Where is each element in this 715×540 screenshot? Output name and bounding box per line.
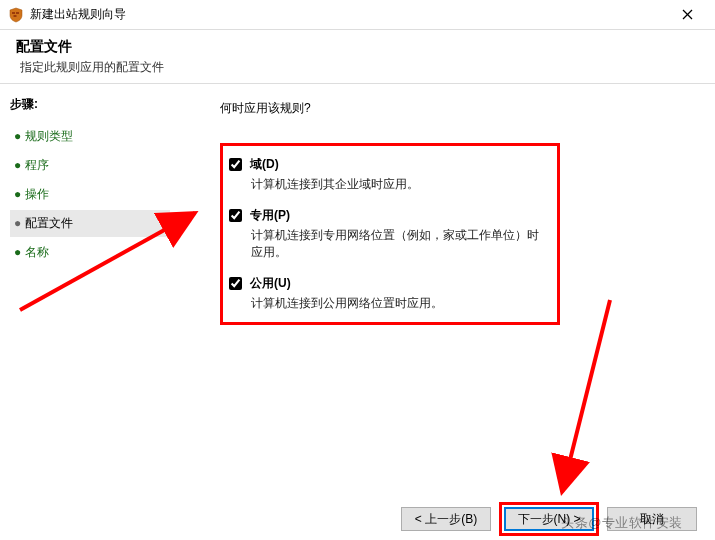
step-label: 名称 bbox=[25, 245, 49, 259]
steps-heading: 步骤: bbox=[10, 96, 170, 113]
profile-options-group: 域(D) 计算机连接到其企业域时应用。 专用(P) 计算机连接到专用网络位置（例… bbox=[220, 143, 560, 325]
option-label: 公用(U) bbox=[250, 275, 291, 292]
cancel-button[interactable]: 取消 bbox=[607, 507, 697, 531]
steps-list: ●规则类型 ●程序 ●操作 ●配置文件 ●名称 bbox=[10, 123, 170, 266]
close-button[interactable] bbox=[667, 1, 707, 29]
next-button[interactable]: 下一步(N) > bbox=[504, 507, 594, 531]
wizard-content: 何时应用该规则? 域(D) 计算机连接到其企业域时应用。 专用(P) 计算机连接… bbox=[180, 84, 715, 498]
option-label: 专用(P) bbox=[250, 207, 290, 224]
checkbox-public[interactable] bbox=[229, 277, 242, 290]
option-domain: 域(D) 计算机连接到其企业域时应用。 bbox=[229, 156, 547, 193]
wizard-header: 配置文件 指定此规则应用的配置文件 bbox=[0, 30, 715, 84]
option-label: 域(D) bbox=[250, 156, 279, 173]
wizard-footer: < 上一步(B) 下一步(N) > 取消 bbox=[0, 498, 715, 540]
page-subtitle: 指定此规则应用的配置文件 bbox=[16, 59, 699, 76]
option-desc: 计算机连接到专用网络位置（例如，家或工作单位）时应用。 bbox=[251, 227, 547, 261]
window-title: 新建出站规则向导 bbox=[30, 6, 667, 23]
step-label: 配置文件 bbox=[25, 216, 73, 230]
back-button[interactable]: < 上一步(B) bbox=[401, 507, 491, 531]
option-desc: 计算机连接到其企业域时应用。 bbox=[251, 176, 547, 193]
profile-question: 何时应用该规则? bbox=[220, 100, 691, 117]
svg-rect-2 bbox=[14, 15, 17, 17]
close-icon bbox=[682, 9, 693, 20]
step-action[interactable]: ●操作 bbox=[10, 181, 170, 208]
step-profile[interactable]: ●配置文件 bbox=[10, 210, 170, 237]
svg-rect-0 bbox=[12, 12, 15, 14]
step-label: 操作 bbox=[25, 187, 49, 201]
checkbox-domain[interactable] bbox=[229, 158, 242, 171]
step-name[interactable]: ●名称 bbox=[10, 239, 170, 266]
page-title: 配置文件 bbox=[16, 38, 699, 56]
checkbox-private[interactable] bbox=[229, 209, 242, 222]
option-desc: 计算机连接到公用网络位置时应用。 bbox=[251, 295, 547, 312]
next-button-highlight: 下一步(N) > bbox=[499, 502, 599, 536]
wizard-sidebar: 步骤: ●规则类型 ●程序 ●操作 ●配置文件 ●名称 bbox=[0, 84, 180, 498]
step-rule-type[interactable]: ●规则类型 bbox=[10, 123, 170, 150]
step-label: 程序 bbox=[25, 158, 49, 172]
option-private: 专用(P) 计算机连接到专用网络位置（例如，家或工作单位）时应用。 bbox=[229, 207, 547, 261]
step-label: 规则类型 bbox=[25, 129, 73, 143]
firewall-icon bbox=[8, 7, 24, 23]
svg-rect-1 bbox=[16, 12, 19, 14]
titlebar: 新建出站规则向导 bbox=[0, 0, 715, 30]
step-program[interactable]: ●程序 bbox=[10, 152, 170, 179]
option-public: 公用(U) 计算机连接到公用网络位置时应用。 bbox=[229, 275, 547, 312]
